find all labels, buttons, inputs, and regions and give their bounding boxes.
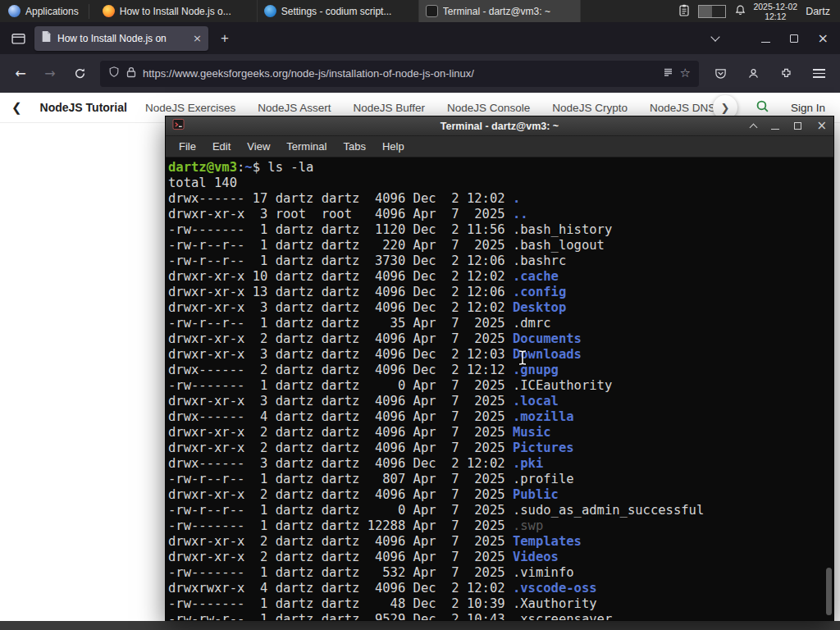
- desktop: Applications How to Install Node.js o...…: [0, 0, 840, 630]
- terminal-window-controls: ×: [751, 120, 827, 132]
- menu-icon[interactable]: [807, 62, 830, 85]
- terminal-title: Terminal - dartz@vm3: ~: [166, 121, 833, 132]
- applications-menu[interactable]: Applications: [5, 0, 82, 22]
- system-panel: Applications How to Install Node.js o...…: [0, 0, 840, 22]
- terminal-line: drwxr-xr-x 13 dartz dartz 4096 Dec 2 12:…: [168, 285, 832, 300]
- taskbar-window-button[interactable]: Terminal - dartz@vm3: ~: [419, 0, 581, 22]
- nav-prev-chevron-icon[interactable]: ❮: [11, 100, 22, 115]
- terminal-close-button[interactable]: ×: [816, 120, 827, 132]
- terminal-line: dartz@vm3:~$ ls -la: [168, 160, 832, 176]
- terminal-line: -rw-r--r-- 1 dartz dartz 0 Apr 7 2025 .s…: [168, 503, 832, 518]
- browser-toolbar: ← → https://www.geeksforgeeks.org/node-j…: [0, 54, 840, 93]
- terminal-menu-tabs[interactable]: Tabs: [335, 140, 373, 153]
- terminal-line: drwxr-xr-x 2 dartz dartz 4096 Apr 7 2025…: [168, 534, 832, 550]
- site-nav-item[interactable]: NodeJS Assert: [258, 102, 331, 114]
- clipboard-tray-icon[interactable]: [678, 4, 690, 19]
- clock-time: 12:12: [753, 11, 797, 21]
- terminal-line: drwx------ 2 dartz dartz 4096 Dec 2 12:1…: [168, 363, 832, 378]
- workspace-2[interactable]: [712, 6, 725, 17]
- clock[interactable]: 2025-12-02 12:12: [753, 2, 797, 21]
- site-nav-item[interactable]: NodeJS Console: [447, 102, 530, 114]
- site-nav-item[interactable]: NodeJS Crypto: [552, 102, 628, 114]
- terminal-line: -rw------- 1 dartz dartz 1120 Dec 2 11:5…: [168, 222, 832, 238]
- terminal-line: -rw-r--r-- 1 dartz dartz 35 Apr 7 2025 .…: [168, 316, 832, 331]
- reload-button[interactable]: [67, 62, 92, 86]
- clock-date: 2025-12-02: [753, 2, 797, 11]
- terminal-line: drwxr-xr-x 3 dartz dartz 4096 Dec 2 12:0…: [168, 300, 832, 316]
- terminal-line: drwxr-xr-x 2 dartz dartz 4096 Apr 7 2025…: [168, 331, 832, 347]
- site-nav-item-primary[interactable]: NodeJS Tutorial: [40, 101, 127, 114]
- pocket-icon[interactable]: [709, 62, 732, 85]
- browser-tab[interactable]: How to Install Node.js on ×: [34, 26, 208, 51]
- url-bar[interactable]: https://www.geeksforgeeks.org/node-js/in…: [100, 61, 699, 87]
- tab-close-icon[interactable]: ×: [193, 33, 202, 43]
- terminal-menu-terminal[interactable]: Terminal: [278, 140, 335, 153]
- account-icon[interactable]: [742, 62, 765, 85]
- system-tray: [678, 4, 726, 19]
- terminal-line: -rw-r--r-- 1 dartz dartz 220 Apr 7 2025 …: [168, 238, 832, 253]
- taskbar-window-title: Terminal - dartz@vm3: ~: [443, 6, 550, 17]
- workspace-switcher[interactable]: [698, 5, 726, 18]
- taskbar-windows: How to Install Node.js o...Settings - co…: [96, 0, 671, 22]
- site-nav-items: NodeJS ExercisesNodeJS AssertNodeJS Buff…: [145, 102, 714, 114]
- back-button[interactable]: ←: [8, 62, 33, 86]
- tabbar-right: ×: [712, 32, 833, 45]
- lock-icon[interactable]: [126, 66, 136, 81]
- bookmark-star-icon[interactable]: ☆: [680, 67, 691, 80]
- new-tab-button[interactable]: +: [213, 27, 236, 50]
- user-menu[interactable]: Dartz: [806, 6, 830, 17]
- taskbar-window-button[interactable]: Settings - codium script...: [258, 0, 419, 22]
- terminal-line: drwxr-xr-x 3 dartz dartz 4096 Dec 2 12:0…: [168, 347, 832, 363]
- tab-title: How to Install Node.js on: [57, 33, 187, 44]
- url-text[interactable]: https://www.geeksforgeeks.org/node-js/in…: [143, 67, 656, 80]
- terminal-icon: [426, 5, 438, 17]
- terminal-line: -rw-r--r-- 1 dartz dartz 807 Apr 7 2025 …: [168, 472, 832, 487]
- terminal-scrollbar[interactable]: [826, 568, 832, 615]
- terminal-menu-edit[interactable]: Edit: [204, 140, 239, 153]
- tab-list-chevron-icon[interactable]: [710, 32, 719, 41]
- terminal-line: drwxr-xr-x 2 dartz dartz 4096 Apr 7 2025…: [168, 441, 832, 456]
- forward-button[interactable]: →: [38, 62, 62, 86]
- terminal-line: drwxr-xr-x 3 dartz dartz 4096 Apr 7 2025…: [168, 394, 832, 409]
- panel-separator: [89, 4, 89, 19]
- site-nav-item[interactable]: NodeJS Buffer: [353, 102, 425, 114]
- terminal-window: Terminal - dartz@vm3: ~ × FileEditViewTe…: [165, 116, 834, 621]
- site-nav-item[interactable]: NodeJS DNS: [650, 102, 714, 114]
- terminal-line: -rw------- 1 dartz dartz 48 Dec 2 10:39 …: [168, 596, 832, 612]
- firefox-view-icon[interactable]: [7, 27, 30, 50]
- terminal-line: -rw-r--r-- 1 dartz dartz 3730 Dec 2 12:0…: [168, 253, 832, 269]
- applications-icon: [8, 5, 21, 17]
- notification-bell-icon[interactable]: [734, 4, 746, 19]
- taskbar-window-button[interactable]: How to Install Node.js o...: [96, 0, 258, 22]
- search-icon[interactable]: [756, 99, 769, 116]
- terminal-line: -rw------- 1 dartz dartz 0 Apr 7 2025 .I…: [168, 378, 832, 394]
- terminal-titlebar[interactable]: Terminal - dartz@vm3: ~ ×: [166, 116, 833, 136]
- page-favicon: [41, 30, 52, 46]
- terminal-line: -rw------- 1 dartz dartz 12288 Apr 7 202…: [168, 518, 832, 534]
- sign-in-button[interactable]: Sign In: [791, 102, 825, 114]
- reader-mode-icon[interactable]: [663, 66, 673, 81]
- terminal-app-icon: [172, 118, 185, 134]
- terminal-line: drwxr-xr-x 3 root root 4096 Apr 7 2025 .…: [168, 207, 832, 222]
- window-maximize-button[interactable]: [790, 34, 798, 43]
- terminal-minimize-button[interactable]: [771, 129, 779, 130]
- terminal-output[interactable]: dartz@vm3:~$ ls -latotal 140drwx------ 1…: [166, 158, 833, 620]
- window-close-button[interactable]: ×: [818, 32, 829, 45]
- site-nav-item[interactable]: NodeJS Exercises: [145, 102, 235, 114]
- terminal-menu-view[interactable]: View: [239, 140, 278, 153]
- tracking-shield-icon[interactable]: [108, 66, 120, 81]
- extensions-icon[interactable]: [774, 62, 797, 85]
- terminal-line: drwx------ 17 dartz dartz 4096 Dec 2 12:…: [168, 191, 832, 207]
- terminal-menubar: FileEditViewTerminalTabsHelp: [166, 136, 833, 158]
- taskbar-window-title: How to Install Node.js o...: [120, 6, 231, 17]
- terminal-line: drwxrwxr-x 4 dartz dartz 4096 Dec 2 12:0…: [168, 581, 832, 596]
- workspace-1[interactable]: [699, 6, 712, 17]
- terminal-shade-button[interactable]: [750, 124, 758, 132]
- window-minimize-button[interactable]: [761, 42, 770, 43]
- firefox-icon: [103, 5, 115, 17]
- window-controls: ×: [761, 32, 829, 45]
- terminal-menu-help[interactable]: Help: [374, 140, 413, 153]
- toolbar-icons: [707, 62, 832, 85]
- terminal-maximize-button[interactable]: [794, 122, 801, 130]
- terminal-menu-file[interactable]: File: [171, 140, 204, 153]
